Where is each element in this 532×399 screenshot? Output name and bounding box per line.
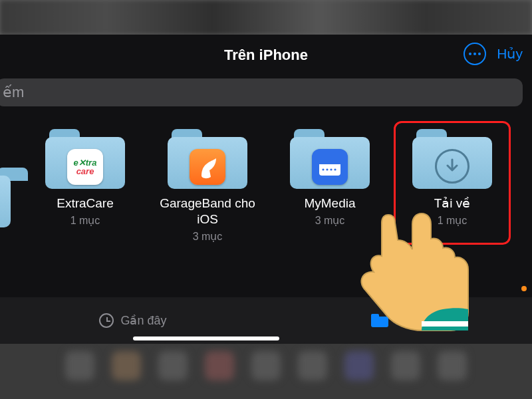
svg-point-2 xyxy=(322,168,324,170)
folder-item-garageband[interactable]: GarageBand cho iOS 3 mục xyxy=(148,126,267,243)
tab-browse[interactable]: Duyệt xyxy=(266,297,532,344)
files-app-panel: Trên iPhone Hủy ếm xyxy=(0,35,532,344)
page-title: Trên iPhone xyxy=(0,47,532,64)
folder-meta: 1 mục xyxy=(392,214,512,227)
cancel-button[interactable]: Hủy xyxy=(497,46,523,62)
search-input[interactable]: ếm xyxy=(0,78,523,106)
mymedia-app-icon xyxy=(312,149,348,185)
folder-label: GarageBand cho iOS xyxy=(148,196,267,227)
bottom-tab-bar: Gần đây Duyệt xyxy=(0,297,532,344)
svg-point-3 xyxy=(326,168,328,170)
folder-label: Tải về xyxy=(392,196,512,211)
home-indicator[interactable] xyxy=(133,336,279,340)
tab-label: Gần đây xyxy=(120,313,166,328)
folder-meta: 3 mục xyxy=(148,230,267,243)
garageband-app-icon xyxy=(190,149,225,185)
blurred-dock-icons xyxy=(0,351,532,391)
download-arrow-icon xyxy=(435,149,469,184)
folder-label: MyMedia xyxy=(270,196,390,211)
folder-item-extracare[interactable]: e✕tracare ExtraCare 1 mục xyxy=(25,126,145,227)
svg-point-5 xyxy=(334,168,336,170)
svg-rect-1 xyxy=(319,158,340,164)
svg-point-4 xyxy=(330,168,332,170)
folder-open-icon xyxy=(371,314,388,327)
nav-bar: Trên iPhone Hủy xyxy=(0,35,532,74)
folder-meta: 1 mục xyxy=(25,214,145,227)
blurred-background-bottom xyxy=(0,344,532,399)
folder-item-mymedia[interactable]: MyMedia 3 mục xyxy=(270,126,390,227)
extracare-app-icon: e✕tracare xyxy=(67,149,103,185)
ellipsis-icon xyxy=(469,53,471,55)
folder-grid: e✕tracare ExtraCare 1 mục GarageBand cho… xyxy=(0,126,532,293)
folder-label: ExtraCare xyxy=(25,196,145,211)
more-options-button[interactable] xyxy=(464,43,486,65)
clock-icon xyxy=(99,313,114,328)
notification-dot-icon xyxy=(521,286,527,291)
tab-label: Duyệt xyxy=(395,313,427,328)
folder-meta: 3 mục xyxy=(270,214,390,227)
search-placeholder: ếm xyxy=(0,84,24,101)
blurred-background-top xyxy=(0,0,532,35)
folder-item-downloads[interactable]: Tải về 1 mục xyxy=(392,126,512,227)
